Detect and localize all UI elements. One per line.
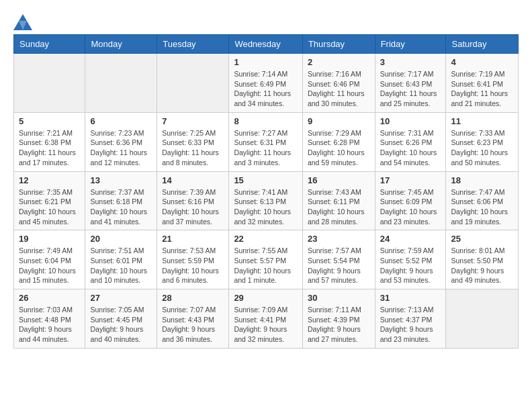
day-header-sunday: Sunday: [14, 35, 85, 54]
day-number: 14: [162, 175, 224, 185]
day-number: 26: [19, 293, 80, 303]
calendar-cell: 3Sunrise: 7:17 AM Sunset: 6:43 PM Daylig…: [375, 54, 446, 113]
calendar-cell: 23Sunrise: 7:57 AM Sunset: 5:54 PM Dayli…: [302, 230, 375, 289]
day-number: 23: [308, 234, 370, 244]
day-number: 17: [380, 175, 441, 185]
day-number: 21: [162, 234, 224, 244]
day-info: Sunrise: 7:16 AM Sunset: 6:46 PM Dayligh…: [308, 69, 370, 109]
day-info: Sunrise: 7:41 AM Sunset: 6:13 PM Dayligh…: [234, 187, 298, 227]
calendar-cell: 30Sunrise: 7:11 AM Sunset: 4:39 PM Dayli…: [302, 289, 375, 349]
day-number: 11: [451, 116, 513, 126]
day-number: 16: [308, 175, 370, 185]
calendar-week-row: 12Sunrise: 7:35 AM Sunset: 6:21 PM Dayli…: [14, 171, 519, 230]
day-info: Sunrise: 7:13 AM Sunset: 4:37 PM Dayligh…: [380, 305, 441, 345]
calendar-week-row: 1Sunrise: 7:14 AM Sunset: 6:49 PM Daylig…: [14, 54, 519, 113]
day-info: Sunrise: 7:31 AM Sunset: 6:26 PM Dayligh…: [380, 128, 441, 168]
calendar-cell: [446, 289, 519, 349]
calendar-week-row: 19Sunrise: 7:49 AM Sunset: 6:04 PM Dayli…: [14, 230, 519, 289]
calendar-cell: 14Sunrise: 7:39 AM Sunset: 6:16 PM Dayli…: [157, 171, 229, 230]
day-number: 25: [451, 234, 513, 244]
day-header-tuesday: Tuesday: [157, 35, 229, 54]
day-info: Sunrise: 7:14 AM Sunset: 6:49 PM Dayligh…: [234, 69, 298, 109]
day-header-wednesday: Wednesday: [229, 35, 303, 54]
calendar-cell: 24Sunrise: 7:59 AM Sunset: 5:52 PM Dayli…: [375, 230, 446, 289]
calendar-cell: 27Sunrise: 7:05 AM Sunset: 4:45 PM Dayli…: [85, 289, 157, 349]
day-number: 22: [234, 234, 298, 244]
day-info: Sunrise: 7:05 AM Sunset: 4:45 PM Dayligh…: [90, 305, 152, 345]
day-info: Sunrise: 7:09 AM Sunset: 4:41 PM Dayligh…: [234, 305, 298, 345]
day-info: Sunrise: 7:23 AM Sunset: 6:36 PM Dayligh…: [90, 128, 152, 168]
day-info: Sunrise: 7:51 AM Sunset: 6:01 PM Dayligh…: [90, 246, 152, 285]
calendar-cell: 22Sunrise: 7:55 AM Sunset: 5:57 PM Dayli…: [229, 230, 303, 289]
calendar-cell: 31Sunrise: 7:13 AM Sunset: 4:37 PM Dayli…: [375, 289, 446, 349]
day-info: Sunrise: 7:17 AM Sunset: 6:43 PM Dayligh…: [380, 69, 441, 109]
calendar-week-row: 26Sunrise: 7:03 AM Sunset: 4:48 PM Dayli…: [14, 289, 519, 349]
day-number: 29: [234, 293, 298, 303]
day-info: Sunrise: 7:11 AM Sunset: 4:39 PM Dayligh…: [308, 305, 370, 345]
calendar-cell: 26Sunrise: 7:03 AM Sunset: 4:48 PM Dayli…: [14, 289, 85, 349]
calendar-cell: [85, 54, 157, 113]
calendar-cell: 7Sunrise: 7:25 AM Sunset: 6:33 PM Daylig…: [157, 112, 229, 171]
day-number: 20: [90, 234, 152, 244]
day-number: 5: [19, 116, 80, 126]
calendar-cell: [157, 54, 229, 113]
day-number: 18: [451, 175, 513, 185]
calendar-header-row: SundayMondayTuesdayWednesdayThursdayFrid…: [14, 35, 519, 54]
day-number: 4: [451, 57, 513, 67]
day-info: Sunrise: 7:55 AM Sunset: 5:57 PM Dayligh…: [234, 246, 298, 285]
day-number: 7: [162, 116, 224, 126]
day-info: Sunrise: 7:37 AM Sunset: 6:18 PM Dayligh…: [90, 187, 152, 227]
day-number: 1: [234, 57, 298, 67]
day-info: Sunrise: 7:45 AM Sunset: 6:09 PM Dayligh…: [380, 187, 441, 227]
day-number: 28: [162, 293, 224, 303]
day-info: Sunrise: 7:59 AM Sunset: 5:52 PM Dayligh…: [380, 246, 441, 285]
calendar-cell: 11Sunrise: 7:33 AM Sunset: 6:23 PM Dayli…: [446, 112, 519, 171]
calendar-cell: 18Sunrise: 7:47 AM Sunset: 6:06 PM Dayli…: [446, 171, 519, 230]
day-info: Sunrise: 8:01 AM Sunset: 5:50 PM Dayligh…: [451, 246, 513, 285]
day-number: 31: [380, 293, 441, 303]
day-number: 8: [234, 116, 298, 126]
calendar-cell: 2Sunrise: 7:16 AM Sunset: 6:46 PM Daylig…: [302, 54, 375, 113]
calendar-cell: 1Sunrise: 7:14 AM Sunset: 6:49 PM Daylig…: [229, 54, 303, 113]
logo-icon: [13, 14, 30, 28]
day-info: Sunrise: 7:39 AM Sunset: 6:16 PM Dayligh…: [162, 187, 224, 227]
day-number: 19: [19, 234, 80, 244]
logo: [13, 13, 32, 28]
day-header-saturday: Saturday: [446, 35, 519, 54]
day-number: 2: [308, 57, 370, 67]
calendar-cell: 15Sunrise: 7:41 AM Sunset: 6:13 PM Dayli…: [229, 171, 303, 230]
day-number: 27: [90, 293, 152, 303]
calendar-cell: 8Sunrise: 7:27 AM Sunset: 6:31 PM Daylig…: [229, 112, 303, 171]
calendar-cell: 9Sunrise: 7:29 AM Sunset: 6:28 PM Daylig…: [302, 112, 375, 171]
day-info: Sunrise: 7:27 AM Sunset: 6:31 PM Dayligh…: [234, 128, 298, 168]
day-number: 24: [380, 234, 441, 244]
day-number: 15: [234, 175, 298, 185]
calendar-cell: 20Sunrise: 7:51 AM Sunset: 6:01 PM Dayli…: [85, 230, 157, 289]
day-header-friday: Friday: [375, 35, 446, 54]
calendar-cell: 19Sunrise: 7:49 AM Sunset: 6:04 PM Dayli…: [14, 230, 85, 289]
calendar-cell: 4Sunrise: 7:19 AM Sunset: 6:41 PM Daylig…: [446, 54, 519, 113]
day-number: 6: [90, 116, 152, 126]
calendar-cell: 12Sunrise: 7:35 AM Sunset: 6:21 PM Dayli…: [14, 171, 85, 230]
day-number: 12: [19, 175, 80, 185]
day-info: Sunrise: 7:53 AM Sunset: 5:59 PM Dayligh…: [162, 246, 224, 285]
calendar-cell: 29Sunrise: 7:09 AM Sunset: 4:41 PM Dayli…: [229, 289, 303, 349]
calendar-cell: [14, 54, 85, 113]
calendar-week-row: 5Sunrise: 7:21 AM Sunset: 6:38 PM Daylig…: [14, 112, 519, 171]
day-info: Sunrise: 7:33 AM Sunset: 6:23 PM Dayligh…: [451, 128, 513, 168]
page-header: [13, 13, 519, 28]
calendar-cell: 5Sunrise: 7:21 AM Sunset: 6:38 PM Daylig…: [14, 112, 85, 171]
calendar-cell: 16Sunrise: 7:43 AM Sunset: 6:11 PM Dayli…: [302, 171, 375, 230]
day-info: Sunrise: 7:47 AM Sunset: 6:06 PM Dayligh…: [451, 187, 513, 227]
day-number: 30: [308, 293, 370, 303]
day-info: Sunrise: 7:49 AM Sunset: 6:04 PM Dayligh…: [19, 246, 80, 285]
day-header-thursday: Thursday: [302, 35, 375, 54]
calendar-table: SundayMondayTuesdayWednesdayThursdayFrid…: [13, 34, 519, 349]
day-number: 9: [308, 116, 370, 126]
day-info: Sunrise: 7:25 AM Sunset: 6:33 PM Dayligh…: [162, 128, 224, 168]
day-info: Sunrise: 7:35 AM Sunset: 6:21 PM Dayligh…: [19, 187, 80, 227]
calendar-cell: 28Sunrise: 7:07 AM Sunset: 4:43 PM Dayli…: [157, 289, 229, 349]
day-info: Sunrise: 7:57 AM Sunset: 5:54 PM Dayligh…: [308, 246, 370, 285]
day-info: Sunrise: 7:29 AM Sunset: 6:28 PM Dayligh…: [308, 128, 370, 168]
day-number: 13: [90, 175, 152, 185]
